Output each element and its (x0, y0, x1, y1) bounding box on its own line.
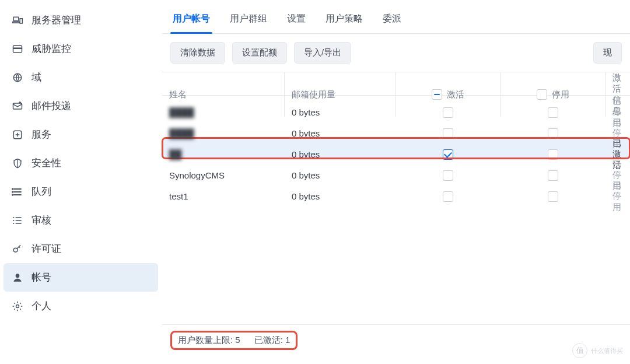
mail-out-icon (12, 100, 23, 112)
row-name: test1 (169, 191, 188, 201)
activated-count: 已激活: 1 (254, 335, 290, 346)
svg-point-6 (13, 219, 14, 220)
sidebar-item-label: 威胁监控 (32, 42, 71, 55)
disable-checkbox[interactable] (548, 191, 558, 202)
footer: 用户数量上限: 5 已激活: 1 (162, 324, 630, 364)
main-panel: 用户帐号 用户群组 设置 用户策略 委派 清除数据 设置配额 导入/导出 现 姓… (162, 0, 630, 364)
sidebar-item-audit[interactable]: 审核 (4, 206, 158, 235)
tab-delegate[interactable]: 委派 (380, 9, 404, 33)
row-name: ██ (169, 149, 181, 159)
user-limit: 用户数量上限: 5 (178, 335, 240, 346)
user-icon (12, 272, 23, 284)
watermark: 值 什么值得买 (572, 343, 623, 358)
sidebar-item-label: 域 (32, 71, 41, 84)
globe-icon (12, 72, 23, 83)
sidebar-item-account[interactable]: 帐号 (4, 263, 158, 292)
svg-point-10 (16, 304, 19, 307)
tab-user-account[interactable]: 用户帐号 (170, 9, 212, 33)
disable-checkbox[interactable] (548, 170, 558, 181)
shield-icon (12, 158, 23, 169)
table-row[interactable]: ██ 0 bytes 已激活 (162, 138, 630, 159)
svg-point-9 (16, 274, 20, 278)
svg-point-5 (13, 216, 14, 218)
toolbar: 清除数据 设置配额 导入/导出 现 (162, 34, 630, 72)
sidebar-item-license[interactable]: 许可证 (4, 235, 158, 263)
activate-checkbox[interactable] (443, 107, 453, 118)
sidebar-item-label: 审核 (32, 214, 51, 227)
sidebar-item-label: 服务 (32, 128, 51, 141)
plus-box-icon (12, 129, 23, 141)
import-export-button[interactable]: 导入/导出 (294, 42, 351, 64)
table-row[interactable]: SynologyCMS 0 bytes 已停用 (162, 159, 630, 180)
svg-point-8 (13, 248, 18, 252)
row-name: ████ (169, 128, 194, 138)
svg-rect-1 (13, 47, 22, 49)
table-header: 姓名 邮箱使用量 激活 停用 激活信息 (162, 72, 630, 96)
sidebar-item-queue[interactable]: 队列 (4, 177, 158, 206)
sidebar: 服务器管理 威胁监控 域 邮件投递 服务 安全性 队列 审核 (0, 0, 162, 364)
key-icon (12, 243, 23, 255)
tab-bar: 用户帐号 用户群组 设置 用户策略 委派 (162, 4, 630, 34)
sidebar-item-server-mgmt[interactable]: 服务器管理 (4, 6, 158, 34)
sidebar-item-security[interactable]: 安全性 (4, 149, 158, 177)
sidebar-item-personal[interactable]: 个人 (4, 292, 158, 320)
activate-checkbox[interactable] (443, 191, 453, 202)
sidebar-item-mail-delivery[interactable]: 邮件投递 (4, 92, 158, 120)
card-icon (12, 43, 23, 55)
sidebar-item-label: 个人 (32, 299, 51, 313)
row-status: 已停用 (606, 180, 630, 213)
set-quota-button[interactable]: 设置配额 (232, 42, 287, 64)
queue-icon (12, 186, 23, 198)
right-toolbar-button[interactable]: 现 (593, 42, 622, 64)
row-name: ████ (169, 107, 194, 117)
watermark-badge-icon: 值 (572, 343, 587, 358)
row-usage: 0 bytes (285, 180, 396, 213)
activate-checkbox[interactable] (443, 128, 453, 139)
activate-checkbox[interactable] (443, 149, 453, 160)
sidebar-item-label: 帐号 (32, 271, 51, 284)
svg-point-7 (13, 222, 14, 223)
list-icon (12, 215, 23, 226)
watermark-text: 什么值得买 (591, 346, 623, 355)
table-row[interactable]: test1 0 bytes 已停用 (162, 180, 630, 201)
disable-checkbox[interactable] (548, 107, 558, 118)
tab-user-group[interactable]: 用户群组 (228, 9, 270, 33)
footer-highlight: 用户数量上限: 5 已激活: 1 (170, 331, 298, 350)
sidebar-item-label: 安全性 (32, 156, 61, 170)
sidebar-item-label: 队列 (32, 185, 51, 198)
table-row[interactable]: ████ 0 bytes 已停用 (162, 96, 630, 117)
row-name: SynologyCMS (169, 170, 225, 180)
sidebar-item-domain[interactable]: 域 (4, 63, 158, 92)
activate-checkbox[interactable] (443, 170, 453, 181)
disable-checkbox[interactable] (548, 149, 558, 160)
tab-settings[interactable]: 设置 (285, 9, 308, 33)
devices-icon (12, 15, 23, 26)
sidebar-item-label: 服务器管理 (32, 13, 81, 27)
disable-checkbox[interactable] (548, 128, 558, 139)
tab-user-policy[interactable]: 用户策略 (323, 9, 365, 33)
table-row[interactable]: ████ 0 bytes 已停用 (162, 117, 630, 138)
sidebar-item-label: 邮件投递 (32, 99, 71, 113)
sidebar-item-threat-monitor[interactable]: 威胁监控 (4, 34, 158, 63)
sidebar-item-label: 许可证 (32, 242, 61, 256)
gear-icon (12, 300, 23, 312)
clear-data-button[interactable]: 清除数据 (170, 42, 225, 64)
user-table: 姓名 邮箱使用量 激活 停用 激活信息 ████ 0 bytes 已停用 (162, 72, 630, 201)
sidebar-item-service[interactable]: 服务 (4, 120, 158, 149)
